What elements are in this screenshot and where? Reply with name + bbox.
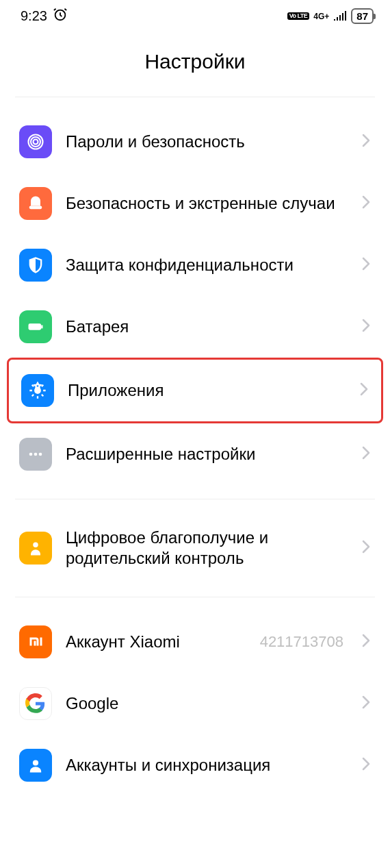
signal-icon [333, 8, 347, 24]
emergency-icon [19, 187, 52, 220]
settings-item-label: Аккаунт Xiaomi [66, 632, 246, 652]
settings-item-label: Пароли и безопасность [66, 132, 348, 152]
page-title: Настройки [0, 29, 390, 97]
chevron-right-icon [361, 317, 371, 336]
sidebar-item-advanced[interactable]: Расширенные настройки [0, 423, 390, 485]
settings-item-label: Безопасность и экстренные случаи [66, 193, 348, 214]
chevron-right-icon [361, 256, 371, 275]
chevron-right-icon [361, 694, 371, 713]
battery-indicator: 87 [351, 8, 374, 24]
settings-item-label: Цифровое благополучие и родительский кон… [66, 528, 348, 569]
chevron-right-icon [361, 632, 371, 652]
svg-rect-5 [29, 323, 42, 330]
google-icon [19, 687, 52, 720]
sidebar-item-wellbeing[interactable]: Цифровое благополучие и родительский кон… [0, 513, 390, 583]
apps-icon [21, 374, 54, 407]
settings-item-value: 4211713708 [260, 633, 343, 651]
svg-rect-4 [29, 206, 42, 210]
highlight-frame: Приложения [7, 358, 383, 423]
accounts-icon [19, 749, 52, 782]
settings-section: Аккаунт Xiaomi4211713708GoogleАккаунты и… [0, 597, 390, 810]
svg-point-12 [33, 760, 38, 765]
chevron-right-icon [361, 132, 371, 151]
chevron-right-icon [361, 445, 371, 464]
svg-point-10 [39, 453, 42, 456]
battery-icon [19, 310, 52, 343]
settings-section: Цифровое благополучие и родительский кон… [0, 499, 390, 597]
settings-item-label: Расширенные настройки [66, 444, 348, 464]
sidebar-item-mi-account[interactable]: Аккаунт Xiaomi4211713708 [0, 611, 390, 673]
sidebar-item-passwords-security[interactable]: Пароли и безопасность [0, 111, 390, 173]
mi-icon [19, 625, 52, 658]
svg-rect-6 [41, 325, 42, 329]
chevron-right-icon [359, 381, 369, 400]
sidebar-item-emergency[interactable]: Безопасность и экстренные случаи [0, 173, 390, 234]
status-bar: 9:23 Vo LTE 4G+ 87 [0, 0, 390, 29]
svg-point-8 [29, 453, 33, 456]
more-icon [19, 438, 52, 471]
svg-point-9 [34, 453, 38, 456]
sidebar-item-privacy[interactable]: Защита конфиденциально­сти [0, 234, 390, 296]
wellbeing-icon [19, 532, 52, 565]
privacy-icon [19, 249, 52, 282]
settings-item-label: Защита конфиденциально­сти [66, 255, 348, 275]
settings-section: Пароли и безопасностьБезопасность и экст… [0, 97, 390, 499]
svg-point-1 [34, 140, 38, 145]
chevron-right-icon [361, 538, 371, 558]
settings-item-label: Google [66, 693, 348, 714]
sidebar-item-battery[interactable]: Батарея [0, 296, 390, 358]
sidebar-item-accounts-sync[interactable]: Аккаунты и синхронизация [0, 734, 390, 796]
sidebar-item-google[interactable]: Google [0, 673, 390, 734]
svg-point-2 [31, 137, 40, 147]
chevron-right-icon [361, 194, 371, 213]
volte-icon: Vo LTE [287, 12, 310, 20]
alarm-icon [53, 7, 68, 25]
settings-item-label: Приложения [68, 380, 346, 401]
sidebar-item-apps[interactable]: Приложения [9, 360, 381, 421]
status-time: 9:23 [21, 8, 47, 24]
fingerprint-icon [19, 125, 52, 158]
svg-point-11 [33, 543, 38, 547]
network-type: 4G+ [313, 12, 329, 21]
settings-item-label: Батарея [66, 317, 348, 337]
chevron-right-icon [361, 756, 371, 775]
settings-item-label: Аккаунты и синхронизация [66, 755, 348, 776]
